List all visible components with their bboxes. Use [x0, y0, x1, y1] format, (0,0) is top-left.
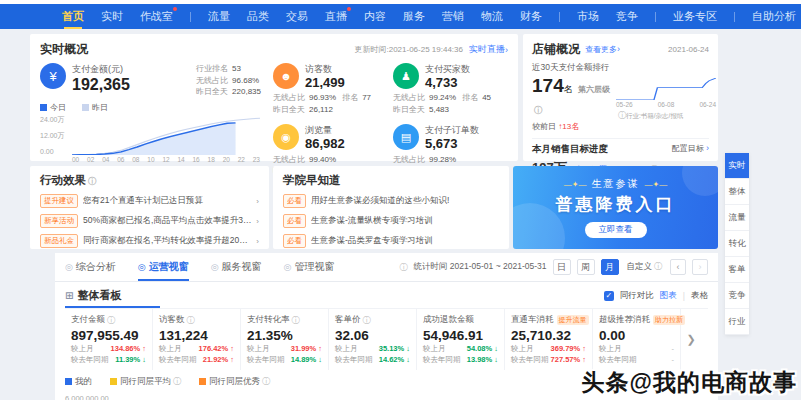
- toutiao-watermark: 头条@我的电商故事: [582, 367, 797, 398]
- anchor-overall[interactable]: 整体: [725, 179, 749, 205]
- rank-block: 174名 第六层级ⓘ 较前日 ↑13名: [532, 76, 616, 132]
- legend-swatch-yesterday: [82, 104, 89, 111]
- board-metric-pay-amount[interactable]: 支付金额ⓘ 897,955.49 较上月134.86% 较去年同期11.39%: [65, 309, 153, 370]
- board-metric-visitors[interactable]: 访客数ⓘ 131,224 较上月176.42% 较去年同期21.92%: [153, 309, 241, 370]
- board-metric-refund[interactable]: 成功退款金额 54,946.91 较上月54.08% 较去年同期13.98%: [417, 309, 505, 370]
- promo-badge: 助力拉新: [653, 315, 685, 325]
- anchor-industry[interactable]: 行业: [725, 309, 749, 335]
- metric-buyers: ♟ 支付买家数 4,733 无线占比99.24%排名45 昨日全天5,483: [393, 63, 505, 115]
- realtime-trend-chart: 24.00万 12.00万 0.00 000204060810121416182…: [40, 115, 265, 165]
- pay-amount-substats: 行业排名53 无线占比96.68% 昨日全天220,835: [196, 63, 265, 98]
- legend-swatch-peer-avg: [110, 378, 117, 385]
- info-icon: ⓘ: [654, 262, 662, 271]
- board-metric-conversion[interactable]: 支付转化率ⓘ 21.35% 较上月31.99% 较去年同期14.89%: [241, 309, 329, 370]
- nav-item-live[interactable]: 直播: [325, 4, 347, 29]
- nav-item-marketing[interactable]: 营销: [442, 4, 464, 29]
- info-icon: ⓘ: [618, 111, 626, 120]
- prev-period-button[interactable]: ‹: [670, 259, 686, 275]
- tab-icon: ◎: [284, 262, 292, 272]
- nav-item-traffic[interactable]: 流量: [208, 4, 230, 29]
- realtime-live-link[interactable]: 实时直播: [469, 43, 505, 56]
- tab-service[interactable]: ◎服务视窗: [211, 253, 262, 281]
- realtime-updated-time: 更新时间:2021-06-25 19:44:36: [354, 44, 463, 55]
- chevron-right-icon: ›: [256, 237, 259, 246]
- notification-dot: [173, 7, 177, 11]
- shop-more-link[interactable]: 查看更多›: [585, 44, 620, 55]
- divider: [532, 138, 709, 139]
- nav-item-bizzone[interactable]: 业务专区: [673, 4, 717, 29]
- anchor-traffic[interactable]: 流量: [725, 205, 749, 231]
- period-day-button[interactable]: 日: [553, 259, 571, 275]
- college-row[interactable]: 必看 生意参谋-品类罗盘专项学习培训: [283, 234, 499, 248]
- tab-management[interactable]: ◎管理视窗: [284, 253, 335, 281]
- promo-badge: 提升流量: [557, 315, 589, 325]
- anchor-conversion[interactable]: 转化: [725, 231, 749, 257]
- action-row[interactable]: 新品礼金 同行商家都在报名,平均转化效率提升超20%,快速打… ›: [40, 234, 259, 248]
- tab-icon: ◎: [211, 262, 219, 272]
- info-icon: ⓘ: [187, 315, 195, 326]
- tab-operation[interactable]: ◎运营视窗: [138, 253, 189, 281]
- nav-item-logistics[interactable]: 物流: [481, 4, 503, 29]
- college-card: 学院早知道 必看 用好生意参谋必须知道的这些小知识! 必看 生意参谋-流量纵横专…: [273, 166, 509, 249]
- nav-divider: [655, 12, 656, 22]
- chevron-right-icon: ›: [256, 217, 259, 226]
- nav-item-market[interactable]: 市场: [577, 4, 599, 29]
- peer-compare-checkbox[interactable]: ✓: [604, 291, 614, 301]
- nav-divider: [559, 12, 560, 22]
- chevron-right-icon: ›: [256, 197, 259, 206]
- period-month-button[interactable]: 月: [601, 259, 619, 275]
- board-metric-avg-order[interactable]: 客单价ⓘ 32.06 较上月35.13% 较去年同期14.62%: [329, 309, 417, 370]
- action-row[interactable]: 新享活动 50%商家都已报名,商品平均点击效率提升30%,快速… ›: [40, 214, 259, 228]
- realtime-title: 实时概况: [40, 41, 88, 58]
- banner-view-button[interactable]: 立即查看: [585, 222, 647, 238]
- nav-item-category[interactable]: 品类: [247, 4, 269, 29]
- nav-divider: [734, 12, 735, 22]
- board-metric-ztc-spend[interactable]: 直通车消耗提升流量 25,710.32 较上月369.79% 较去年同期727.…: [505, 309, 593, 370]
- action-tag: 提升建议: [40, 194, 78, 208]
- nav-item-compete[interactable]: 竞争: [616, 4, 638, 29]
- anchor-avg-order[interactable]: 客单: [725, 257, 749, 283]
- chevron-right-icon: ›: [505, 45, 508, 55]
- nav-item-warroom[interactable]: 作战室: [140, 4, 173, 29]
- target-config-link[interactable]: 配置目标 ›: [672, 143, 709, 156]
- info-icon: ⓘ: [534, 106, 542, 115]
- nav-item-content[interactable]: 内容: [364, 4, 386, 29]
- anchor-compete[interactable]: 竞争: [725, 283, 749, 309]
- must-read-tag: 必看: [283, 234, 306, 248]
- target-title: 本月销售目标进度: [532, 143, 608, 156]
- custom-range-link[interactable]: 自定义ⓘ: [627, 261, 663, 273]
- rank-trend-block: 05-2606-0806-24 ⓘ行业:书籍/杂志/报纸: [616, 76, 709, 132]
- realtime-x-axis: 00020406081012141618202223: [72, 156, 260, 163]
- suborders-icon: ▤: [393, 124, 419, 150]
- college-row[interactable]: 必看 用好生意参谋必须知道的这些小知识!: [283, 194, 499, 208]
- metric-value: 192,365: [72, 76, 130, 94]
- chart-view-button[interactable]: 图表: [660, 290, 677, 302]
- nav-item-selfanalysis[interactable]: 自助分析: [752, 4, 796, 29]
- nav-item-home[interactable]: 首页: [62, 4, 84, 29]
- active-tab-underline: [65, 306, 160, 308]
- next-period-button[interactable]: ›: [692, 259, 708, 275]
- realtime-area-chart: [72, 115, 260, 155]
- metric-label: 支付金额(元): [72, 63, 130, 76]
- action-tag: 新品礼金: [40, 234, 78, 248]
- college-row[interactable]: 必看 生意参谋-流量纵横专项学习培训: [283, 214, 499, 228]
- notification-dot: [347, 7, 351, 11]
- grid-icon: ⊞: [65, 290, 73, 301]
- nav-item-service[interactable]: 服务: [403, 4, 425, 29]
- nav-item-trade[interactable]: 交易: [286, 4, 308, 29]
- table-view-button[interactable]: 表格: [691, 290, 708, 302]
- nav-item-finance[interactable]: 财务: [520, 4, 542, 29]
- nav-item-realtime[interactable]: 实时: [101, 4, 123, 29]
- action-row[interactable]: 提升建议 您有21个直通车计划已达日预算 ›: [40, 194, 259, 208]
- anchor-realtime[interactable]: 实时: [725, 153, 749, 179]
- board-metric-super-rec-spend[interactable]: 超级推荐消耗助力拉新 0.00 较上月- 较去年同期-: [593, 309, 681, 370]
- period-week-button[interactable]: 周: [577, 259, 595, 275]
- action-results-card: 行动效果ⓘ 提升建议 您有21个直通车计划已达日预算 › 新享活动 50%商家都…: [30, 166, 269, 249]
- info-icon: ⓘ: [399, 262, 407, 273]
- tab-comprehensive[interactable]: ◎综合分析: [65, 253, 116, 281]
- stat-time-range: 统计时间 2021-05-01 ~ 2021-05-31: [413, 261, 546, 273]
- rank-title: 近30天支付金额排行: [532, 62, 709, 74]
- pay-amount-icon: ¥: [40, 63, 66, 89]
- promo-banner[interactable]: 生意参谋 普惠降费入口 立即查看: [513, 166, 718, 249]
- tab-icon: ◎: [138, 262, 146, 272]
